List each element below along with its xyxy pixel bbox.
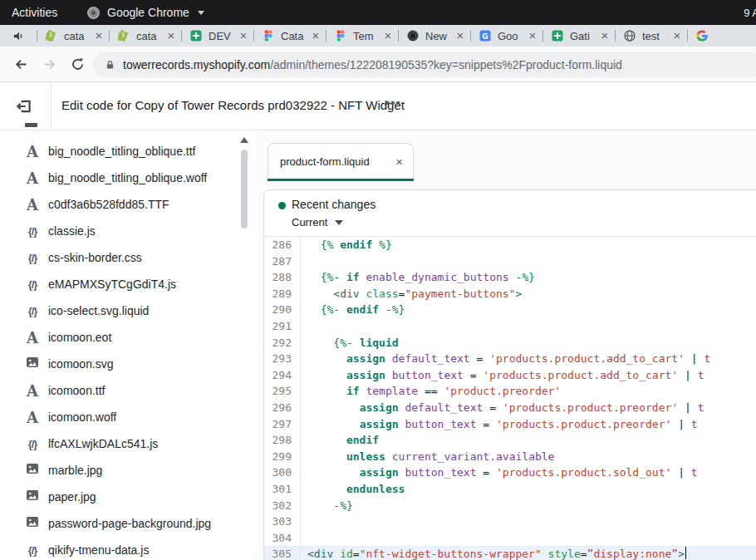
file-item[interactable]: marble.jpg [0, 457, 256, 484]
code-line[interactable]: 287 [264, 253, 756, 270]
tab-close-icon[interactable]: × [527, 30, 538, 42]
code-line[interactable]: 290 {%- endif -%} [264, 302, 756, 318]
file-item[interactable]: password-page-background.jpg [0, 510, 256, 537]
tab-close-icon[interactable]: × [93, 30, 105, 42]
file-name: password-page-background.jpg [48, 517, 211, 530]
code-area[interactable]: 286 {% endif %}287288 {%- if enable_dyna… [264, 237, 756, 560]
code-line[interactable]: 301 endunless [264, 481, 756, 498]
file-item[interactable]: {/}qikify-tmenu-data.js [0, 537, 256, 560]
file-item[interactable]: {/}classie.js [0, 218, 256, 244]
code-line[interactable]: 297 assign button_text = 'products.produ… [264, 416, 756, 433]
code-line[interactable]: 289 <div class="payment-buttons"> [264, 286, 756, 302]
back-button[interactable] [8, 52, 33, 76]
code-line[interactable]: 292 {%- liquid [264, 335, 756, 351]
font-file-icon: A [22, 143, 42, 160]
file-name: lfcAXLwjkDALc541.js [48, 437, 158, 450]
translate-favicon-icon: G [479, 29, 492, 42]
tab-label: test [642, 30, 671, 42]
forward-button[interactable] [37, 52, 61, 76]
version-dropdown[interactable]: Current [292, 216, 343, 228]
code-line[interactable]: 296 assign default_text = 'products.prod… [264, 400, 756, 416]
app-menu-button[interactable]: Google Chrome [86, 0, 204, 25]
chrome-app-icon [86, 6, 101, 20]
file-item[interactable]: Aicomoon.ttf [0, 377, 256, 404]
tab-close-icon[interactable]: × [238, 30, 249, 42]
code-line[interactable]: 305<div id="nft-widget-buttons-wrapper" … [264, 546, 756, 560]
file-item[interactable]: Aicomoon.eot [0, 324, 256, 351]
file-name: eMAPMXSyTCgGdiT4.js [48, 278, 176, 291]
tab-close-icon[interactable]: × [310, 30, 322, 42]
shopify-favicon-icon [117, 29, 130, 42]
file-item[interactable]: Aicomoon.woff [0, 404, 256, 430]
tab-close-icon[interactable]: × [454, 30, 466, 42]
line-number: 296 [264, 400, 301, 416]
editor-file-tab[interactable]: product-form.liquid × [268, 143, 414, 179]
code-line[interactable]: 293 assign default_text = 'products.prod… [264, 351, 756, 367]
recent-changes-header: Recent changes Current [264, 190, 756, 237]
line-number: 294 [264, 367, 301, 384]
exit-code-editor-button[interactable] [13, 96, 35, 117]
font-file-icon: A [22, 329, 42, 346]
tab-close-icon[interactable]: × [599, 30, 611, 42]
browser-tab[interactable]: cata× [110, 25, 181, 47]
clock[interactable]: 9 A [744, 0, 756, 25]
code-line[interactable]: 291 [264, 318, 756, 335]
line-number: 295 [264, 383, 301, 400]
code-line[interactable]: 295 if template == 'product.preorder' [264, 383, 756, 400]
code-line[interactable]: 304 [264, 530, 756, 547]
browser-tab[interactable] [688, 25, 756, 47]
code-text: endunless [301, 481, 405, 498]
file-item[interactable]: Ac0df3a6b528fdd85.TTF [0, 191, 256, 218]
line-number: 290 [264, 302, 301, 318]
code-line[interactable]: 294 assign button_text = 'products.produ… [264, 367, 756, 384]
file-item[interactable]: {/}cs-skin-border.css [0, 244, 256, 271]
scrollbar-thumb[interactable] [241, 150, 248, 228]
reload-button[interactable] [65, 52, 90, 76]
code-text: endif [301, 432, 379, 449]
browser-tab[interactable]: GGoo× [471, 25, 542, 47]
scroll-up-arrow-icon[interactable] [240, 137, 248, 143]
activities-button[interactable]: Activities [0, 0, 69, 25]
code-line[interactable]: 299 unless current_variant.available [264, 449, 756, 465]
browser-tab[interactable]: test× [616, 25, 687, 47]
browser-tab[interactable]: Tem× [326, 25, 398, 47]
browser-tab[interactable]: Gati× [543, 25, 615, 47]
file-item[interactable]: Abig_noodle_titling_oblique.ttf [0, 138, 256, 165]
file-name: c0df3a6b528fdd85.TTF [48, 198, 169, 211]
code-line[interactable]: 302 -%} [264, 498, 756, 514]
line-number: 297 [264, 416, 301, 433]
file-name: qikify-tmenu-data.js [48, 543, 149, 557]
code-line[interactable]: 286 {% endif %} [264, 237, 756, 253]
editor-tab-close-icon[interactable]: × [395, 155, 403, 169]
file-item[interactable]: {/}eMAPMXSyTCgGdiT4.js [0, 271, 256, 297]
code-file-icon: {/} [22, 225, 42, 238]
tab-close-icon[interactable]: × [382, 30, 394, 42]
tab-label: DEV [209, 30, 238, 42]
line-number: 303 [264, 513, 301, 530]
file-item[interactable]: {/}lfcAXLwjkDALc541.js [0, 430, 256, 457]
file-item[interactable]: Abig_noodle_titling_oblique.woff [0, 165, 256, 191]
code-line[interactable]: 300 assign button_text = 'products.produ… [264, 464, 756, 481]
browser-tab[interactable]: DEV× [182, 25, 253, 47]
tab-label: New [425, 30, 454, 42]
file-item[interactable]: icomoon.svg [0, 351, 256, 377]
browser-tab[interactable]: Cata× [254, 25, 326, 47]
code-line[interactable]: 303 [264, 513, 756, 530]
file-item[interactable]: {/}ico-select.svg.liquid [0, 297, 256, 324]
line-number: 287 [264, 253, 301, 270]
lock-icon[interactable] [105, 59, 115, 71]
editor-tab-label: product-form.liquid [280, 155, 395, 168]
browser-tab[interactable]: New× [399, 25, 470, 47]
code-line[interactable]: 298 endif [264, 432, 756, 449]
image-file-icon [22, 489, 42, 505]
more-actions-button[interactable]: ••• [385, 96, 401, 110]
browser-tab[interactable]: cata× [37, 25, 109, 47]
tab-close-icon[interactable]: × [671, 30, 683, 42]
sidebar-scrollbar[interactable] [239, 134, 249, 560]
recent-changes-label: Recent changes [292, 198, 376, 211]
address-bar[interactable]: towerrecords.myshopify.com/admin/themes/… [93, 52, 756, 77]
code-line[interactable]: 288 {%- if enable_dynamic_buttons -%} [264, 269, 756, 286]
tab-close-icon[interactable]: × [165, 30, 177, 42]
file-item[interactable]: paper.jpg [0, 484, 256, 510]
tab-label: Gati [570, 30, 599, 42]
